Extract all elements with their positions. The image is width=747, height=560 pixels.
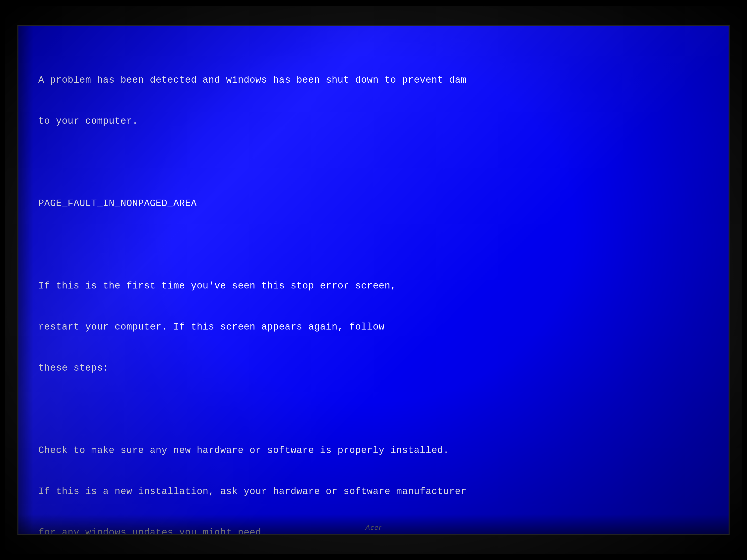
bsod-para1-line3: these steps: (38, 361, 728, 375)
bottom-bar: Acer (19, 514, 728, 534)
bsod-error-code: PAGE_FAULT_IN_NONPAGED_AREA (38, 196, 728, 210)
bsod-para1-line2: restart your computer. If this screen ap… (38, 320, 728, 334)
bsod-blank-3 (38, 402, 728, 416)
bsod-para2-line2: If this is a new installation, ask your … (38, 485, 728, 498)
bsod-content: A problem has been detected and windows … (38, 46, 728, 534)
brand-logo: Acer (365, 524, 382, 532)
monitor-outer: A problem has been detected and windows … (5, 6, 742, 554)
bsod-para2-line1: Check to make sure any new hardware or s… (38, 444, 728, 457)
bsod-blank-1 (38, 156, 728, 169)
bsod-screen: A problem has been detected and windows … (18, 25, 729, 535)
bsod-line-1: A problem has been detected and windows … (38, 73, 728, 87)
bsod-para1-line1: If this is the first time you've seen th… (38, 279, 728, 293)
bsod-line-2: to your computer. (38, 114, 728, 128)
bsod-blank-2 (38, 238, 728, 251)
